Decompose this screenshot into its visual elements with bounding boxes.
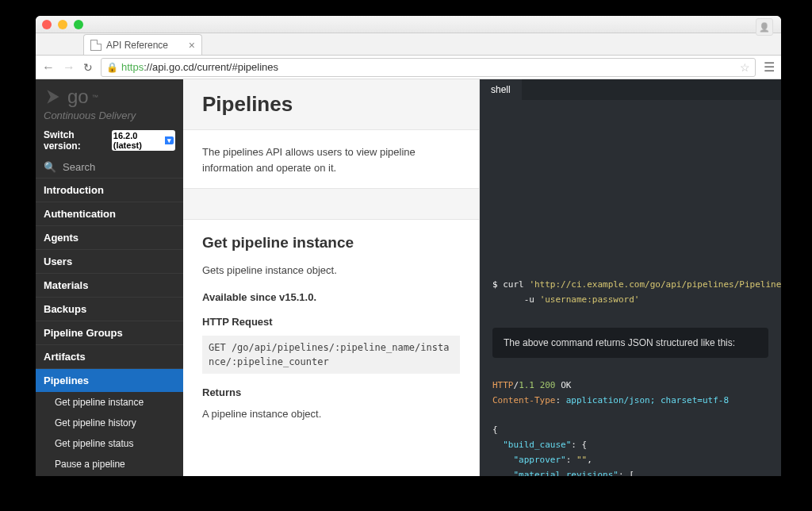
bookmark-icon[interactable]: ☆	[740, 61, 750, 74]
curl-cmd: curl	[503, 279, 524, 290]
page-icon	[90, 40, 102, 51]
docs-column: Pipelines The pipelines API allows users…	[183, 79, 480, 476]
code-tab-shell[interactable]: shell	[480, 79, 522, 100]
version-value: 16.2.0 (latest)	[113, 131, 163, 150]
http-request-heading: HTTP Request	[202, 316, 460, 328]
search-input[interactable]: 🔍 Search	[36, 156, 183, 178]
sidebar-subitem-get-pipeline-instance[interactable]: Get pipeline instance	[36, 392, 183, 413]
chevron-down-icon: ▾	[165, 136, 174, 144]
code-tabs: shell	[480, 79, 781, 100]
resp-ct-val: application/json; charset=utf-8	[561, 395, 729, 405]
curl-prompt: $	[492, 279, 498, 290]
address-bar[interactable]: 🔒 https://api.go.cd/current/#pipelines ☆	[101, 58, 756, 77]
page-content: go™ Continuous Delivery Switch version: …	[36, 79, 781, 476]
sidebar-subitem-get-pipeline-status[interactable]: Get pipeline status	[36, 433, 183, 454]
sidebar-subitem-unpause-a-pipeline[interactable]: Unpause a pipeline	[36, 474, 183, 476]
menu-icon[interactable]: ☰	[764, 60, 775, 75]
code-column: shell $ curl 'http://ci.example.com/go/a…	[480, 79, 781, 476]
logo-mark-icon	[44, 86, 64, 107]
nav-bar: ← → ↻ 🔒 https://api.go.cd/current/#pipel…	[36, 56, 781, 79]
section-divider	[183, 188, 479, 220]
resp-ct-key: Content-Type	[492, 395, 555, 405]
url-text: https://api.go.cd/current/#pipelines	[121, 61, 278, 73]
resp-code: 200	[540, 380, 556, 390]
response-block: HTTP/1.1 200 OK Content-Type: applicatio…	[480, 367, 781, 476]
browser-tab[interactable]: API Reference ×	[83, 34, 202, 55]
version-select[interactable]: 16.2.0 (latest) ▾	[112, 130, 175, 151]
logo: go™	[44, 86, 175, 108]
returns-text: A pipeline instance object.	[202, 406, 460, 422]
logo-tm: ™	[92, 94, 98, 101]
sidebar-subitem-pause-a-pipeline[interactable]: Pause a pipeline	[36, 454, 183, 474]
sidebar-item-backups[interactable]: Backups	[36, 297, 183, 321]
window-controls	[42, 20, 83, 29]
url-path: ://api.go.cd/current/#pipelines	[144, 61, 278, 73]
sidebar: go™ Continuous Delivery Switch version: …	[36, 79, 183, 476]
url-protocol: https	[121, 61, 144, 73]
search-icon: 🔍	[44, 161, 56, 173]
sidebar-item-agents[interactable]: Agents	[36, 225, 183, 249]
version-switcher: Switch version: 16.2.0 (latest) ▾	[36, 125, 183, 156]
sidebar-item-artifacts[interactable]: Artifacts	[36, 344, 183, 368]
resp-ok: OK	[561, 380, 571, 390]
returns-heading: Returns	[202, 386, 460, 398]
section-title: Get pipeline instance	[202, 234, 460, 252]
logo-area: go™ Continuous Delivery	[36, 79, 183, 125]
back-button[interactable]: ←	[42, 60, 55, 75]
note-box: The above command returns JSON structure…	[492, 328, 768, 358]
curl-flag: -u	[524, 294, 534, 305]
docs-body: The pipelines API allows users to view p…	[183, 130, 479, 448]
curl-block: $ curl 'http://ci.example.com/go/api/pip…	[480, 267, 781, 318]
browser-window: API Reference × ← → ↻ 🔒 https://api.go.c…	[36, 16, 781, 476]
sidebar-item-users[interactable]: Users	[36, 249, 183, 273]
json-body: { "build_cause": { "approver": "", "mate…	[492, 425, 671, 476]
close-window-button[interactable]	[42, 20, 52, 29]
lock-icon: 🔒	[106, 62, 118, 73]
sidebar-item-pipelines[interactable]: Pipelines	[36, 368, 183, 392]
user-profile-icon[interactable]	[756, 18, 773, 36]
tab-title: API Reference	[106, 40, 168, 51]
logo-text: go	[67, 86, 89, 108]
maximize-window-button[interactable]	[74, 20, 83, 29]
minimize-window-button[interactable]	[58, 20, 67, 29]
search-placeholder: Search	[63, 161, 95, 173]
resp-proto: HTTP	[492, 380, 514, 390]
close-tab-icon[interactable]: ×	[189, 39, 195, 52]
titlebar	[36, 16, 781, 33]
curl-url: 'http://ci.example.com/go/api/pipelines/…	[529, 279, 781, 290]
sidebar-item-introduction[interactable]: Introduction	[36, 178, 183, 202]
available-since: Available since v15.1.0.	[202, 291, 460, 303]
tab-bar: API Reference ×	[36, 33, 781, 56]
curl-auth: 'username:password'	[540, 294, 640, 305]
sidebar-item-authentication[interactable]: Authentication	[36, 202, 183, 225]
resp-ver: 1.1	[519, 380, 534, 390]
page-title: Pipelines	[202, 92, 460, 117]
sidebar-item-materials[interactable]: Materials	[36, 273, 183, 297]
intro-text: The pipelines API allows users to view p…	[202, 144, 460, 175]
forward-button[interactable]: →	[63, 60, 75, 75]
reload-button[interactable]: ↻	[83, 61, 93, 74]
sidebar-item-pipeline-groups[interactable]: Pipeline Groups	[36, 321, 183, 344]
version-label: Switch version:	[44, 129, 109, 152]
sidebar-subitem-get-pipeline-history[interactable]: Get pipeline history	[36, 413, 183, 433]
http-request-code: GET /go/api/pipelines/:pipeline_name/ins…	[202, 336, 460, 374]
code-spacer	[480, 100, 781, 267]
docs-header: Pipelines	[183, 79, 479, 130]
section-desc: Gets pipeline instance object.	[202, 263, 460, 279]
tagline: Continuous Delivery	[44, 110, 175, 121]
